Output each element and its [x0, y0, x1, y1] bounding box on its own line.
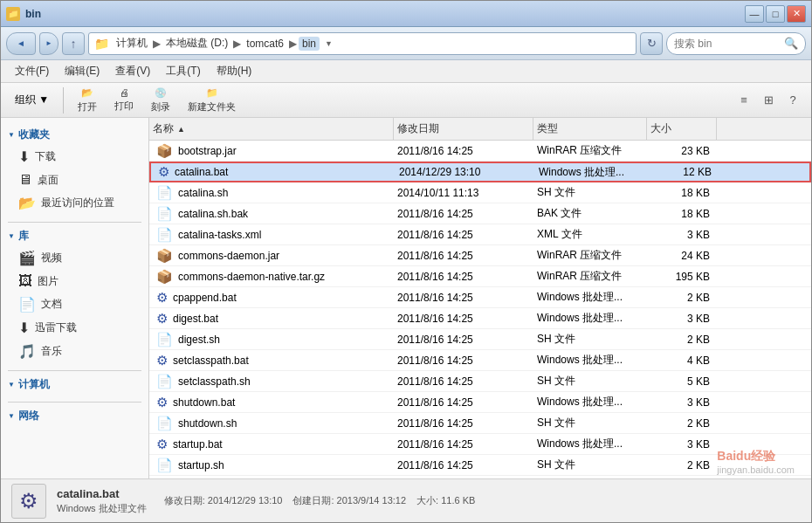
menu-view[interactable]: 查看(V) — [108, 62, 157, 80]
sidebar-item-pictures[interactable]: 🖼 图片 — [1, 270, 148, 292]
file-name-cell: ⚙ setclasspath.bat — [149, 353, 394, 368]
navigation-bar: ↑ 📁 计算机 ▶ 本地磁盘 (D:) ▶ tomcat6 ▶ bin ▼ ↻ … — [1, 27, 811, 60]
address-chevron-icon[interactable]: ▼ — [325, 39, 333, 48]
close-button[interactable]: ✕ — [787, 5, 806, 23]
file-date-cell: 2011/8/16 14:25 — [394, 313, 533, 325]
search-bar[interactable]: 🔍 — [666, 32, 806, 55]
menu-edit[interactable]: 编辑(E) — [58, 62, 107, 80]
address-bar[interactable]: 📁 计算机 ▶ 本地磁盘 (D:) ▶ tomcat6 ▶ bin ▼ — [88, 32, 637, 55]
file-size-cell: 23 KB — [647, 145, 717, 157]
menu-file[interactable]: 文件(F) — [8, 62, 56, 80]
menu-help[interactable]: 帮助(H) — [210, 62, 259, 80]
table-row[interactable]: ⚙ digest.bat 2011/8/16 14:25 Windows 批处理… — [149, 308, 811, 329]
file-type-icon: 📄 — [156, 227, 173, 243]
sidebar-item-video[interactable]: 🎬 视频 — [1, 246, 148, 270]
col-type-header[interactable]: 类型 — [533, 118, 647, 140]
file-name-cell: 📄 digest.sh — [149, 332, 394, 348]
maximize-button[interactable]: □ — [766, 5, 785, 23]
print-button[interactable]: 🖨 打印 — [107, 85, 141, 115]
file-name-cell: 📄 startup.sh — [149, 458, 394, 473]
file-date-cell: 2011/8/16 14:25 — [394, 334, 533, 346]
file-size-cell: 4 KB — [647, 354, 717, 367]
file-type-icon: 📄 — [156, 206, 173, 222]
col-date-header[interactable]: 修改日期 — [394, 118, 533, 140]
new-folder-button[interactable]: 📁 新建文件夹 — [181, 85, 243, 116]
file-name-label: bootstrap.jar — [178, 145, 237, 157]
table-row[interactable]: ⚙ catalina.bat 2014/12/29 13:10 Windows … — [149, 162, 811, 182]
file-type-cell: Windows 批处理... — [533, 311, 647, 326]
table-row[interactable]: 📄 startup.sh 2011/8/16 14:25 SH 文件 2 KB — [149, 455, 811, 476]
file-type-icon: ⚙ — [156, 290, 168, 306]
file-name-cell: ⚙ cpappend.bat — [149, 290, 394, 306]
view-details-button[interactable]: ≡ — [733, 89, 755, 112]
burn-button[interactable]: 💿 刻录 — [144, 85, 177, 116]
file-date-cell: 2011/8/16 14:25 — [394, 271, 533, 283]
table-row[interactable]: 📄 shutdown.sh 2011/8/16 14:25 SH 文件 2 KB — [149, 413, 811, 434]
view-options: ≡ ⊞ ? — [733, 89, 804, 112]
table-row[interactable]: 📦 bootstrap.jar 2011/8/16 14:25 WinRAR 压… — [149, 141, 811, 162]
sidebar-item-thunder[interactable]: ⬇ 迅雷下载 — [1, 316, 148, 340]
file-size-cell: 195 KB — [647, 271, 717, 283]
open-button[interactable]: 📂 打开 — [71, 85, 104, 116]
search-input[interactable] — [674, 38, 781, 50]
download-icon: ⬇ — [18, 148, 30, 165]
sidebar-item-docs[interactable]: 📄 文档 — [1, 292, 148, 316]
back-button[interactable] — [6, 32, 36, 55]
table-row[interactable]: 📄 setclasspath.sh 2011/8/16 14:25 SH 文件 … — [149, 371, 811, 392]
organize-button[interactable]: 组织 ▼ — [8, 89, 56, 111]
file-name-cell: 📄 catalina-tasks.xml — [149, 227, 394, 243]
file-size-cell: 5 KB — [647, 375, 717, 388]
favorites-header[interactable]: 收藏夹 — [1, 125, 148, 145]
table-row[interactable]: ⚙ shutdown.bat 2011/8/16 14:25 Windows 批… — [149, 392, 811, 413]
col-name-header[interactable]: 名称 ▲ — [149, 118, 394, 140]
col-size-header[interactable]: 大小 — [647, 118, 717, 140]
computer-header[interactable]: 计算机 — [1, 375, 148, 395]
table-row[interactable]: 📄 catalina.sh 2014/10/11 11:13 SH 文件 18 … — [149, 182, 811, 203]
file-type-cell: SH 文件 — [533, 458, 647, 472]
file-type-cell: SH 文件 — [533, 332, 647, 347]
menu-bar: 文件(F) 编辑(E) 查看(V) 工具(T) 帮助(H) — [1, 60, 811, 83]
minimize-button[interactable]: — — [745, 5, 764, 23]
status-file-icon: ⚙ — [11, 484, 46, 519]
path-drive[interactable]: 本地磁盘 (D:) — [162, 35, 231, 52]
table-row[interactable]: ⚙ setclasspath.bat 2011/8/16 14:25 Windo… — [149, 350, 811, 371]
view-icon-button[interactable]: ⊞ — [757, 89, 780, 112]
file-size-cell: 3 KB — [647, 229, 717, 241]
file-name-cell: 📄 catalina.sh.bak — [149, 206, 394, 222]
file-date-cell: 2011/8/16 14:25 — [394, 438, 533, 451]
path-computer[interactable]: 计算机 — [113, 35, 151, 52]
menu-tools[interactable]: 工具(T) — [159, 62, 207, 80]
table-row[interactable]: 📄 digest.sh 2011/8/16 14:25 SH 文件 2 KB — [149, 329, 811, 350]
new-folder-label: 新建文件夹 — [188, 100, 236, 114]
docs-icon: 📄 — [18, 296, 36, 313]
sidebar-item-download[interactable]: ⬇ 下载 — [1, 145, 148, 169]
table-row[interactable]: 📄 catalina.sh.bak 2011/8/16 14:25 BAK 文件… — [149, 203, 811, 224]
file-date-cell: 2011/8/16 14:25 — [394, 292, 533, 304]
table-row[interactable]: ⚙ startup.bat 2011/8/16 14:25 Windows 批处… — [149, 434, 811, 455]
sidebar-item-music[interactable]: 🎵 音乐 — [1, 340, 148, 363]
network-header[interactable]: 网络 — [1, 406, 148, 426]
path-tomcat[interactable]: tomcat6 — [243, 37, 287, 51]
table-row[interactable]: 📦 commons-daemon-native.tar.gz 2011/8/16… — [149, 266, 811, 287]
sidebar-item-recent[interactable]: 📂 最近访问的位置 — [1, 191, 148, 215]
file-date-cell: 2011/8/16 14:25 — [394, 417, 533, 430]
view-help-button[interactable]: ? — [781, 89, 804, 112]
burn-icon: 💿 — [155, 87, 167, 99]
table-row[interactable]: 📦 commons-daemon.jar 2011/8/16 14:25 Win… — [149, 245, 811, 266]
table-row[interactable]: 📄 catalina-tasks.xml 2011/8/16 14:25 XML… — [149, 224, 811, 245]
file-date-cell: 2011/8/16 14:25 — [394, 396, 533, 409]
file-name-cell: ⚙ digest.bat — [149, 311, 394, 327]
table-row[interactable]: ⚙ cpappend.bat 2011/8/16 14:25 Windows 批… — [149, 287, 811, 308]
up-button[interactable]: ↑ — [62, 32, 85, 55]
forward-button[interactable] — [39, 32, 58, 55]
pictures-icon: 🖼 — [18, 273, 32, 289]
path-bin[interactable]: bin — [299, 37, 320, 51]
search-icon: 🔍 — [784, 37, 798, 50]
library-header[interactable]: 库 — [1, 226, 148, 246]
sidebar-item-desktop[interactable]: 🖥 桌面 — [1, 169, 148, 191]
explorer-window: 📁 bin — □ ✕ ↑ 📁 计算机 ▶ 本地磁盘 (D:) ▶ tomcat… — [0, 0, 812, 523]
file-type-cell: Windows 批处理... — [533, 290, 647, 305]
refresh-button[interactable]: ↻ — [640, 32, 663, 55]
file-type-icon: 📦 — [156, 143, 173, 159]
toolbar: 组织 ▼ 📂 打开 🖨 打印 💿 刻录 📁 新建文件夹 ≡ ⊞ ? — [1, 83, 811, 118]
